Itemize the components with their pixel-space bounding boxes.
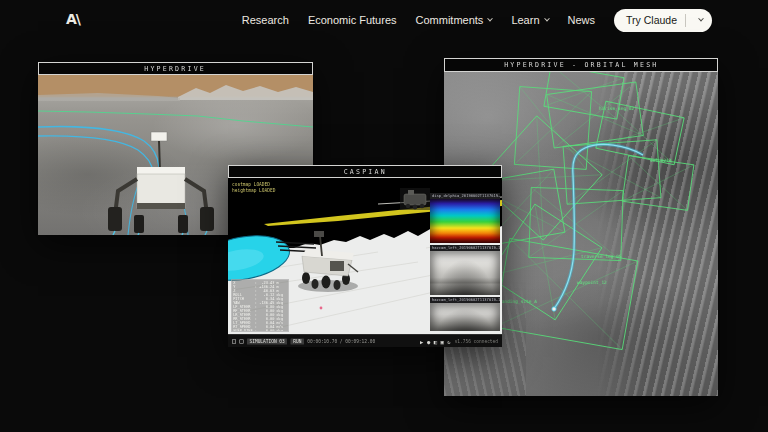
anthropic-logo[interactable]: A\: [66, 11, 80, 27]
hyperdrive-panel-title: HYPERDRIVE: [145, 65, 207, 73]
orbital-panel-header: HYPERDRIVE - ORBITAL MESH: [444, 58, 718, 72]
hazcam-item: hazcam_left_20190602T1137619-1.png: [430, 245, 500, 295]
play-icon[interactable]: ▶: [420, 338, 423, 345]
hazcam-filename: hazcam_left_20190602T1137619-1.png: [432, 245, 500, 250]
hyperdrive-panel-header: HYPERDRIVE: [38, 62, 313, 75]
caspian-panel-header: CASPIAN: [228, 165, 502, 178]
nav-link-economic-futures[interactable]: Economic Futures: [308, 14, 397, 26]
rover-3d-model: [108, 132, 214, 235]
record-icon[interactable]: ●: [427, 338, 430, 345]
hazcam-rectified-image: [430, 303, 500, 331]
mountain-ridge: [178, 85, 313, 100]
mesh-label: sol_0214: [650, 158, 672, 164]
toolbar-icons: ▶ ● ◧ ▣ ↻: [420, 338, 451, 345]
frames-icon[interactable]: ◧: [434, 338, 437, 345]
page-background: A\ Research Economic Futures Commitments…: [0, 0, 768, 432]
mountain-ridge-left: [38, 93, 180, 101]
caspian-panel: CASPIAN: [228, 165, 502, 347]
mesh-label: waypoint_12: [577, 280, 607, 286]
green-route-line: [38, 111, 313, 127]
rover-inner-wheel-right: [178, 215, 188, 233]
goal-marker-dot: [320, 307, 323, 310]
rover-position-marker: [552, 307, 556, 311]
sim-version-status: v1.756 connected: [455, 339, 498, 344]
nav-link-commitments[interactable]: Commitments: [416, 14, 493, 26]
simulation-control-bar: SIMULATION 03 RUN 00:00:10.70 / 00:09:12…: [228, 334, 502, 347]
hazcam-rectified-filename: hazcam_left_20190602T1137619-1-rectified…: [432, 297, 500, 302]
nav-link-learn[interactable]: Learn: [511, 14, 548, 26]
run-mode-badge: RUN: [291, 339, 304, 345]
try-claude-button[interactable]: Try Claude: [614, 9, 712, 32]
hazcam-image: [430, 251, 500, 295]
chevron-down-icon: [698, 16, 704, 22]
rover-inner-wheel-left: [134, 215, 144, 233]
rover-underside: [137, 203, 185, 209]
chevron-down-icon: [488, 16, 494, 22]
rover-right-wheel: [200, 207, 214, 231]
cyan-path-1: [38, 127, 159, 167]
cyan-path-2: [38, 136, 153, 172]
caspian-sim-view: costmap LOADED heightmap LOADED X : -23.…: [228, 178, 502, 334]
rover-dark-panel: [330, 261, 344, 271]
pause-button[interactable]: [240, 340, 244, 344]
chevron-down-icon: [544, 16, 550, 22]
disparity-map-filename: disp_delphia_20190602T1137619-1.png: [432, 193, 500, 198]
camera-feed-column: disp_delphia_20190602T1137619-1.png hazc…: [430, 193, 500, 331]
button-divider: [685, 14, 686, 27]
rover-mast: [159, 141, 160, 171]
rover-body: [137, 174, 185, 208]
telemetry-readout: X : -23.43 m Y : +136.24 m Z : 40.63 m R…: [231, 279, 289, 332]
rover-topview-widget: [400, 188, 430, 210]
orbital-panel-title: HYPERDRIVE - ORBITAL MESH: [504, 61, 658, 69]
nav-link-news[interactable]: News: [568, 14, 596, 26]
stop-button[interactable]: [232, 340, 236, 344]
top-nav: A\ Research Economic Futures Commitments…: [0, 0, 768, 40]
nav-link-research[interactable]: Research: [242, 14, 289, 26]
hazcam-rectified-item: hazcam_left_20190602T1137619-1-rectified…: [430, 297, 500, 331]
wheel-path-marks: [113, 231, 207, 235]
orbital-mesh-footprints: [471, 72, 694, 350]
rover-mast-head: [151, 132, 167, 141]
rover-mast-cam: [314, 231, 324, 237]
simulation-label[interactable]: SIMULATION 03: [247, 339, 287, 345]
loop-icon[interactable]: ↻: [447, 338, 450, 345]
caspian-panel-title: CASPIAN: [343, 168, 386, 176]
rover-left-wheel: [108, 207, 122, 231]
sim-timecode: 00:00:10.70 / 00:09:12.00: [307, 339, 375, 344]
disparity-heatmap-image: [430, 199, 500, 243]
nav-items: Research Economic Futures Commitments Le…: [242, 9, 712, 32]
map-load-status: costmap LOADED heightmap LOADED: [232, 181, 362, 211]
grid-icon[interactable]: ▣: [441, 338, 444, 345]
disparity-map-item: disp_delphia_20190602T1137619-1.png: [430, 193, 500, 243]
